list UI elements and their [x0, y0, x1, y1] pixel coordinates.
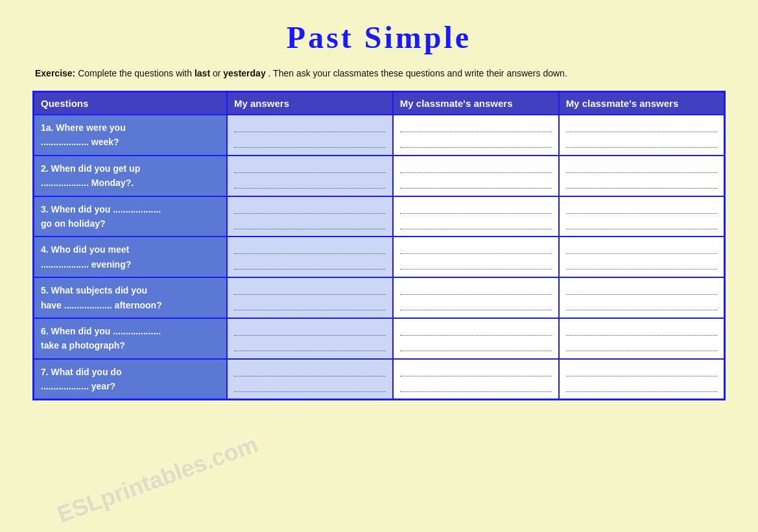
- question-line1: 7. What did you do: [41, 367, 121, 377]
- answer-line: [234, 136, 386, 148]
- answer-line: [566, 380, 717, 392]
- question-line1: 6. When did you ...................: [41, 326, 161, 336]
- answer-line: [234, 299, 386, 310]
- answer-line: [566, 121, 717, 132]
- question-cell: 6. When did you ...................take …: [34, 318, 227, 359]
- question-line1: 2. When did you get up: [41, 163, 140, 174]
- answer-line: [234, 242, 386, 254]
- answer-line: [400, 136, 552, 148]
- classmate2-answer-cell[interactable]: [559, 237, 725, 277]
- my-answer-cell[interactable]: [227, 318, 393, 359]
- answer-line: [400, 242, 552, 254]
- classmate2-answer-cell[interactable]: [559, 318, 725, 359]
- table-row: 6. When did you ...................take …: [34, 318, 725, 359]
- my-answer-cell[interactable]: [227, 156, 393, 196]
- question-cell: 4. Who did you meet................... e…: [34, 237, 227, 277]
- classmate2-answer-cell[interactable]: [559, 359, 725, 400]
- classmate2-answer-cell[interactable]: [559, 277, 725, 318]
- exercise-text-before-bold: Complete the questions with: [78, 68, 192, 78]
- exercise-instruction: Exercise: Complete the questions with la…: [32, 67, 726, 80]
- bold-word-yesterday: yesterday: [223, 68, 265, 78]
- classmate1-answer-cell[interactable]: [393, 277, 559, 318]
- classmate1-answer-cell[interactable]: [393, 237, 559, 277]
- answer-line: [400, 258, 552, 270]
- answer-line: [566, 177, 717, 189]
- answer-line: [400, 299, 552, 310]
- answer-line: [234, 380, 386, 392]
- answer-line: [400, 380, 552, 392]
- question-cell: 2. When did you get up..................…: [34, 156, 227, 196]
- my-answer-cell[interactable]: [227, 359, 393, 400]
- exercise-suffix: . Then ask your classmates these questio…: [268, 68, 567, 78]
- answer-line: [566, 299, 717, 310]
- answer-line: [234, 258, 386, 270]
- answer-line: [400, 218, 552, 229]
- answer-line: [400, 365, 552, 376]
- question-line2: ................... week?: [41, 137, 119, 147]
- answer-line: [400, 340, 552, 351]
- col-header-my-answers: My answers: [227, 92, 393, 115]
- page-title: Past Simple: [32, 19, 726, 55]
- answer-line: [400, 161, 552, 173]
- answer-line: [566, 161, 717, 173]
- answer-line: [566, 242, 717, 254]
- exercise-label: Exercise:: [35, 68, 75, 78]
- table-row: 2. When did you get up..................…: [34, 156, 725, 196]
- classmate1-answer-cell[interactable]: [393, 196, 559, 237]
- answer-line: [400, 324, 552, 336]
- exercise-table: Questions My answers My classmate's answ…: [32, 91, 726, 400]
- classmate2-answer-cell[interactable]: [559, 115, 725, 156]
- my-answer-cell[interactable]: [227, 196, 393, 237]
- answer-line: [234, 218, 386, 229]
- answer-line: [234, 121, 386, 132]
- answer-line: [400, 283, 552, 295]
- table-row: 3. When did you ...................go on…: [34, 196, 725, 237]
- my-answer-cell[interactable]: [227, 115, 393, 156]
- question-line1: 3. When did you ...................: [41, 204, 161, 214]
- answer-line: [234, 324, 386, 336]
- question-cell: 3. When did you ...................go on…: [34, 196, 227, 237]
- answer-line: [566, 202, 717, 214]
- answer-line: [234, 161, 386, 173]
- exercise-mid: or: [213, 68, 223, 78]
- classmate2-answer-cell[interactable]: [559, 196, 725, 237]
- classmate1-answer-cell[interactable]: [393, 318, 559, 359]
- answer-line: [566, 283, 717, 295]
- answer-line: [566, 340, 717, 351]
- answer-line: [400, 177, 552, 189]
- answer-line: [566, 136, 717, 148]
- classmate1-answer-cell[interactable]: [393, 156, 559, 196]
- watermark: ESLprintables.com: [54, 431, 262, 529]
- my-answer-cell[interactable]: [227, 277, 393, 318]
- question-line2: have ................... afternoon?: [41, 300, 162, 310]
- my-answer-cell[interactable]: [227, 237, 393, 277]
- question-line1: 1a. Where were you: [41, 122, 126, 133]
- question-cell: 5. What subjects did youhave ...........…: [34, 277, 227, 318]
- answer-line: [234, 365, 386, 376]
- col-header-questions: Questions: [34, 92, 227, 115]
- answer-line: [234, 202, 386, 214]
- answer-line: [566, 218, 717, 229]
- question-cell: 1a. Where were you................... we…: [34, 115, 227, 156]
- col-header-classmate1: My classmate's answers: [393, 92, 559, 115]
- classmate2-answer-cell[interactable]: [559, 156, 725, 196]
- table-row: 1a. Where were you................... we…: [34, 115, 725, 156]
- answer-line: [234, 177, 386, 189]
- question-line2: ................... year?: [41, 381, 115, 391]
- answer-line: [566, 324, 717, 336]
- table-row: 5. What subjects did youhave ...........…: [34, 277, 725, 318]
- col-header-classmate2: My classmate's answers: [559, 92, 725, 115]
- table-header-row: Questions My answers My classmate's answ…: [34, 92, 725, 115]
- question-line2: ................... evening?: [41, 259, 131, 270]
- classmate1-answer-cell[interactable]: [393, 359, 559, 400]
- question-line2: ................... Monday?.: [41, 178, 134, 188]
- question-line1: 5. What subjects did you: [41, 285, 147, 295]
- answer-line: [234, 340, 386, 351]
- table-row: 4. Who did you meet................... e…: [34, 237, 725, 277]
- question-line2: go on holiday?: [41, 218, 106, 229]
- answer-line: [400, 121, 552, 132]
- answer-line: [566, 258, 717, 270]
- bold-word-last: last: [195, 68, 210, 78]
- table-row: 7. What did you do................... ye…: [34, 359, 725, 400]
- classmate1-answer-cell[interactable]: [393, 115, 559, 156]
